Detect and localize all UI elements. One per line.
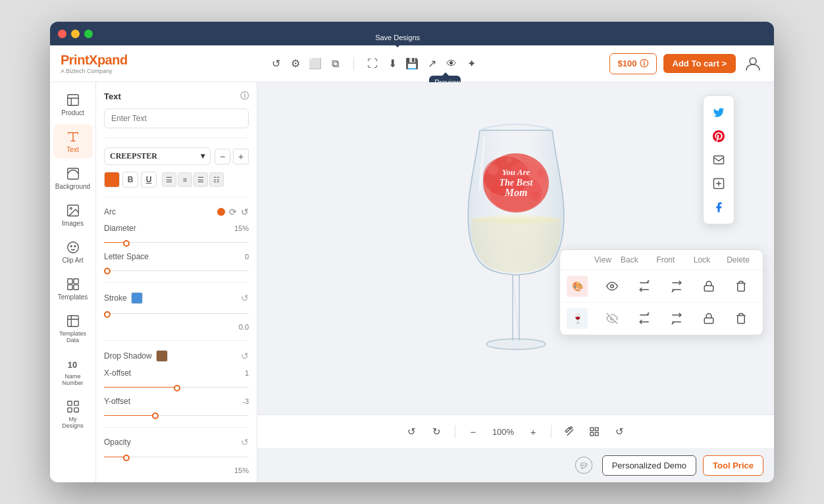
text-section-title: Text: [104, 91, 121, 101]
align-left-button[interactable]: ☰: [162, 172, 176, 187]
y-offset-slider[interactable]: [104, 415, 249, 416]
align-right-button[interactable]: ☰: [193, 172, 208, 187]
preview-icon[interactable]: 👁 Preview: [442, 55, 461, 73]
svg-text:10: 10: [67, 360, 76, 370]
undo-icon[interactable]: ↺: [267, 55, 285, 73]
tool-group-2: ⛶ ⬇ 💾 Save Designs ↗ 👁 Preview ✦: [363, 55, 480, 73]
letter-space-label: Letter Space: [104, 252, 149, 261]
svg-point-27: [496, 199, 503, 206]
sidebar-item-templates-data[interactable]: TemplatesData: [53, 309, 93, 349]
personalized-demo-button[interactable]: Personalized Demo: [602, 455, 696, 476]
letter-space-slider[interactable]: [104, 270, 249, 271]
font-size-increase[interactable]: +: [233, 149, 249, 164]
undo-button[interactable]: ↺: [402, 422, 422, 441]
align-justify-button[interactable]: ☷: [209, 172, 224, 187]
left-panel: Text ⓘ CREEPSTER ▾ − + B: [96, 82, 257, 482]
settings-icon[interactable]: ⚙: [286, 55, 305, 73]
sidebar-item-text[interactable]: Text: [53, 124, 93, 159]
svg-rect-13: [67, 401, 71, 405]
layer-back-glass[interactable]: [635, 309, 654, 328]
svg-point-19: [486, 339, 546, 349]
layer-delete-design[interactable]: [732, 277, 750, 295]
minimize-button[interactable]: [71, 30, 80, 38]
arc-icon2[interactable]: ↺: [241, 207, 249, 217]
arc-label: Arc: [104, 207, 116, 216]
sidebar-item-clipart[interactable]: Clip Art: [53, 235, 93, 269]
effects-icon[interactable]: ✦: [462, 55, 480, 73]
chat-icon[interactable]: [572, 453, 596, 477]
sidebar-item-product[interactable]: Product: [53, 88, 93, 122]
diameter-slider[interactable]: [104, 242, 249, 243]
close-button[interactable]: [58, 30, 66, 38]
layer-lock-design[interactable]: [700, 277, 718, 295]
layer-lock-glass[interactable]: [700, 309, 718, 328]
layer-back-design[interactable]: [635, 277, 654, 295]
layer-row-design: 🎨: [560, 270, 763, 303]
share-twitter[interactable]: [708, 101, 730, 124]
expand-icon[interactable]: ⬜: [306, 55, 324, 73]
redo-button[interactable]: ↻: [427, 422, 447, 441]
text-input[interactable]: [104, 109, 249, 128]
opacity-refresh-icon[interactable]: ↺: [241, 437, 249, 447]
share-icon[interactable]: ↗: [423, 55, 441, 73]
letter-space-row: Letter Space 0: [104, 252, 249, 261]
opacity-slider[interactable]: [104, 457, 249, 457]
save-icon[interactable]: 💾 Save Designs: [403, 55, 421, 73]
maximize-button[interactable]: [84, 30, 93, 38]
arc-icon1[interactable]: ⟳: [229, 207, 237, 217]
stroke-value: 0.0: [239, 323, 249, 331]
price-button[interactable]: $100 ⓘ: [609, 53, 657, 74]
x-offset-slider[interactable]: [104, 387, 249, 388]
header: PrintXpand A Biztech Company ↺ ⚙ ⬜ ⧉ ⛶ ⬇…: [50, 45, 774, 82]
grid-button[interactable]: [584, 422, 604, 441]
download-icon[interactable]: ⬇: [383, 55, 401, 73]
align-center-button[interactable]: ≡: [178, 172, 192, 187]
main-layout: Product Text Background: [50, 82, 774, 482]
layer-thumb-design: 🎨: [567, 276, 588, 297]
share-embed[interactable]: [708, 172, 730, 195]
shadow-color-swatch[interactable]: [156, 350, 168, 362]
ruler-button[interactable]: [559, 422, 579, 441]
font-size-decrease[interactable]: −: [215, 149, 230, 164]
svg-rect-38: [704, 318, 713, 323]
sidebar-item-images[interactable]: Images: [53, 198, 93, 232]
user-menu[interactable]: [742, 53, 763, 74]
sidebar-label-clipart: Clip Art: [62, 257, 83, 264]
canvas-area: You Are The Best Mom: [257, 82, 774, 482]
fullscreen-icon[interactable]: ⛶: [363, 55, 382, 73]
layer-front-glass[interactable]: [667, 309, 686, 328]
tool-price-button[interactable]: Tool Price: [703, 455, 763, 476]
stroke-color-swatch[interactable]: [131, 292, 143, 304]
layer-view-design[interactable]: [603, 277, 621, 295]
bold-button[interactable]: B: [122, 172, 138, 188]
layer-delete-glass[interactable]: [732, 309, 750, 328]
text-color-swatch[interactable]: [104, 172, 120, 188]
stroke-slider[interactable]: [104, 313, 249, 314]
text-info-icon[interactable]: ⓘ: [240, 90, 249, 102]
opacity-row: Opacity ↺: [104, 437, 249, 447]
stroke-refresh-icon[interactable]: ↺: [241, 293, 249, 303]
layer-front-design[interactable]: [667, 277, 686, 295]
font-select[interactable]: CREEPSTER ▾: [104, 147, 211, 165]
share-pinterest[interactable]: [708, 125, 730, 147]
add-to-cart-button[interactable]: Add To cart >: [663, 54, 736, 73]
layer-view-glass[interactable]: [603, 309, 621, 328]
sidebar-item-my-designs[interactable]: MyDesigns: [53, 394, 93, 434]
share-email[interactable]: [708, 149, 730, 171]
share-facebook[interactable]: [708, 196, 730, 218]
canvas-main[interactable]: You Are The Best Mom: [257, 82, 774, 415]
zoom-in-button[interactable]: +: [523, 422, 543, 441]
zoom-out-button[interactable]: −: [463, 422, 483, 441]
sidebar-item-background[interactable]: Background: [53, 161, 93, 195]
svg-point-45: [583, 465, 584, 466]
italic-button[interactable]: U: [141, 172, 157, 188]
logo-part1: Print: [61, 53, 89, 67]
shadow-refresh-icon[interactable]: ↺: [241, 351, 249, 361]
copy-icon[interactable]: ⧉: [326, 55, 344, 73]
sidebar-item-name-number[interactable]: 10 NameNumber: [53, 351, 93, 391]
arc-row: Arc ⟳ ↺: [104, 207, 249, 217]
logo: PrintXpand A Biztech Company: [61, 53, 128, 74]
refresh-button[interactable]: ↺: [609, 422, 629, 441]
sidebar-label-templates: Templates: [58, 293, 88, 301]
sidebar-item-templates[interactable]: Templates: [53, 272, 93, 306]
